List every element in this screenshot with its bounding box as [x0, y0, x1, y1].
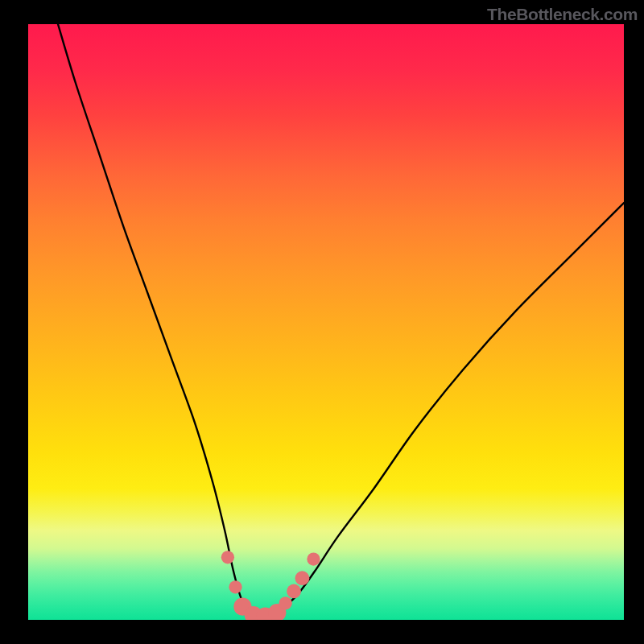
curve-line — [58, 24, 624, 618]
data-marker — [229, 580, 242, 593]
data-marker — [295, 571, 310, 585]
data-marker — [279, 597, 292, 609]
watermark-text: TheBottleneck.com — [487, 5, 638, 24]
data-marker — [287, 584, 301, 599]
bottleneck-curve-chart — [28, 24, 624, 620]
data-marker — [307, 552, 320, 565]
data-marker — [221, 551, 234, 564]
